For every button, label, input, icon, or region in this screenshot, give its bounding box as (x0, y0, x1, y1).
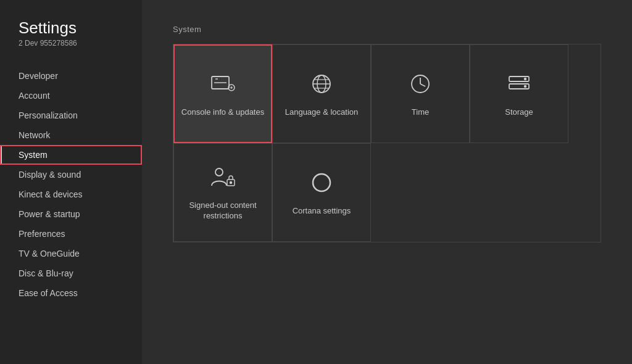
grid-row-0: Console info & updates Language & locati… (173, 44, 601, 143)
svg-point-21 (313, 174, 330, 191)
sidebar-item-tv-oneguide[interactable]: TV & OneGuide (0, 244, 142, 263)
main-content: System Console info & updates Language &… (142, 0, 632, 364)
clock-icon-wrapper (407, 70, 434, 100)
grid-item-label-language-location: Language & location (279, 107, 365, 118)
console-icon (209, 70, 236, 97)
storage-icon-wrapper (505, 70, 533, 100)
storage-icon (505, 70, 533, 97)
sidebar-item-power-startup[interactable]: Power & startup (0, 204, 142, 224)
grid-item-label-cortana: Cortana settings (286, 206, 357, 217)
globe-icon (308, 70, 335, 97)
grid-item-time[interactable]: Time (371, 44, 470, 143)
sidebar-item-kinect-devices[interactable]: Kinect & devices (0, 184, 142, 204)
circle-icon-wrapper (308, 169, 335, 199)
sidebar-item-account[interactable]: Account (0, 86, 142, 105)
grid-item-storage[interactable]: Storage (470, 44, 568, 143)
person-lock-icon-wrapper (209, 163, 236, 193)
cortana-icon (308, 169, 335, 196)
grid-item-label-time: Time (405, 107, 435, 118)
grid-item-language-location[interactable]: Language & location (272, 44, 371, 143)
settings-grid: Console info & updates Language & locati… (173, 44, 601, 242)
globe-icon-wrapper (308, 70, 335, 100)
sidebar-item-disc-bluray[interactable]: Disc & Blu-ray (0, 263, 142, 283)
svg-line-13 (420, 84, 425, 86)
sidebar-item-preferences[interactable]: Preferences (0, 224, 142, 244)
section-title: System (173, 25, 601, 34)
app-title: Settings (19, 19, 123, 38)
sidebar-item-network[interactable]: Network (0, 125, 142, 145)
clock-icon (407, 70, 434, 97)
grid-row-1: Signed-out content restrictions Cortana … (173, 143, 601, 242)
svg-point-18 (215, 168, 223, 176)
sidebar-item-ease-access[interactable]: Ease of Access (0, 283, 142, 303)
grid-item-cortana[interactable]: Cortana settings (272, 143, 371, 242)
sidebar-nav: DeveloperAccountPersonalizationNetworkSy… (0, 66, 142, 303)
person-lock-icon (209, 163, 236, 191)
sidebar-item-developer[interactable]: Developer (0, 66, 142, 86)
app-subtitle: 2 Dev 955278586 (19, 39, 123, 48)
grid-item-label-console-info: Console info & updates (175, 107, 270, 118)
svg-point-16 (525, 78, 526, 80)
active-indicator (0, 145, 142, 165)
grid-item-label-signed-out: Signed-out content restrictions (174, 201, 272, 221)
sidebar-item-display-sound[interactable]: Display & sound (0, 165, 142, 184)
sidebar-item-system[interactable]: System (0, 145, 142, 165)
sidebar: Settings 2 Dev 955278586 DeveloperAccoun… (0, 0, 142, 364)
console-icon-wrapper (209, 70, 236, 100)
svg-point-20 (230, 182, 232, 184)
sidebar-item-personalization[interactable]: Personalization (0, 105, 142, 125)
sidebar-header: Settings 2 Dev 955278586 (0, 19, 142, 66)
grid-item-signed-out[interactable]: Signed-out content restrictions (173, 143, 272, 242)
svg-point-17 (525, 85, 526, 87)
grid-item-label-storage: Storage (499, 107, 539, 118)
grid-item-console-info[interactable]: Console info & updates (173, 44, 272, 143)
